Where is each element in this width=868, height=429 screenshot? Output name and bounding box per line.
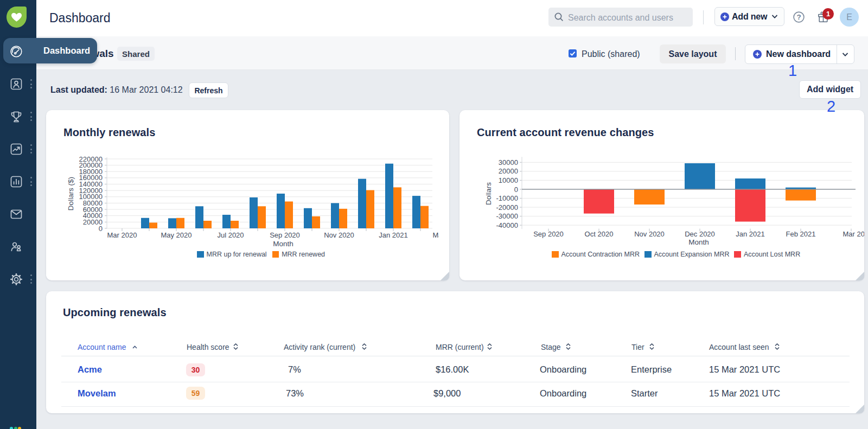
svg-text:Dollars: Dollars [484, 182, 493, 205]
svg-text:Sep 2020: Sep 2020 [533, 230, 564, 238]
svg-text:May 2020: May 2020 [161, 231, 192, 239]
svg-text:Mar 2021: Mar 2021 [433, 231, 439, 239]
svg-text:Dec 2020: Dec 2020 [685, 230, 715, 238]
svg-text:Jan 2021: Jan 2021 [379, 231, 408, 239]
svg-text:Mar 2021: Mar 2021 [843, 230, 864, 238]
svg-text:220000: 220000 [79, 155, 103, 163]
svg-text:Jul 2020: Jul 2020 [217, 231, 244, 239]
svg-text:30000: 30000 [499, 158, 518, 167]
svg-text:0: 0 [514, 185, 518, 194]
svg-text:Nov 2020: Nov 2020 [634, 230, 665, 238]
svg-text:-40000: -40000 [496, 221, 518, 229]
svg-text:Jan 2021: Jan 2021 [736, 230, 765, 238]
svg-text:?: ? [796, 13, 801, 21]
svg-text:Sep 2020: Sep 2020 [270, 231, 300, 239]
svg-text:-20000: -20000 [496, 203, 518, 212]
svg-text:Month: Month [688, 238, 709, 246]
svg-text:-10000: -10000 [496, 194, 518, 202]
svg-text:Mar 2020: Mar 2020 [107, 231, 137, 239]
svg-text:10000: 10000 [499, 176, 518, 184]
svg-text:Feb 2021: Feb 2021 [786, 230, 816, 238]
svg-text:20000: 20000 [499, 167, 518, 175]
svg-text:Month: Month [273, 240, 293, 248]
svg-text:Nov 2020: Nov 2020 [324, 231, 354, 239]
svg-text:Oct 2020: Oct 2020 [585, 230, 614, 238]
svg-text:-30000: -30000 [496, 212, 518, 220]
svg-text:Dollars ($): Dollars ($) [67, 177, 75, 210]
